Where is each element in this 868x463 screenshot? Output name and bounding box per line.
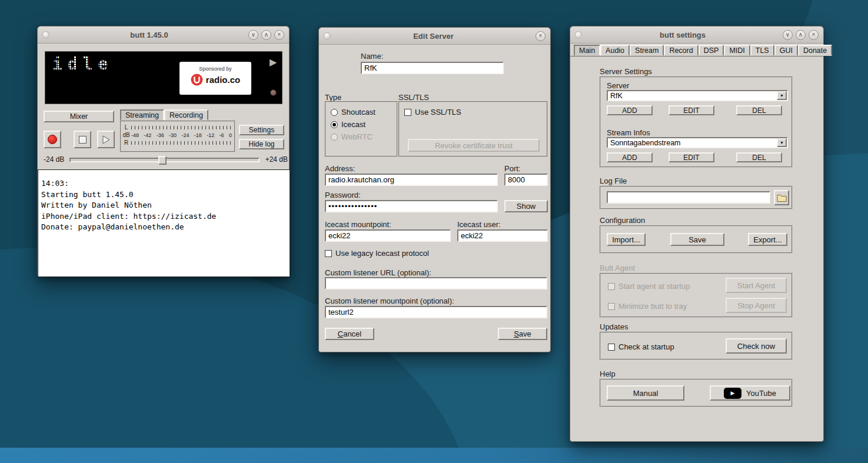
- settings-button[interactable]: Settings: [239, 125, 284, 135]
- mountpoint-label: Icecast mountpoint:: [325, 220, 391, 229]
- checkbox-icon[interactable]: [404, 109, 411, 116]
- browse-folder-button[interactable]: [774, 190, 789, 205]
- tab-donate[interactable]: Donate: [798, 45, 832, 56]
- gain-min-label: -24 dB: [44, 155, 64, 164]
- window-title: butt settings: [586, 31, 780, 39]
- close-icon[interactable]: ×: [536, 31, 546, 41]
- help-group: Manual ▶ YouTube: [600, 379, 793, 407]
- tab-midi[interactable]: MIDI: [724, 45, 750, 56]
- tab-audio[interactable]: Audio: [600, 45, 630, 56]
- configuration-group-label: Configuration: [600, 216, 645, 225]
- check-at-startup-checkbox[interactable]: Check at startup: [608, 342, 674, 351]
- butt-main-window: butt 1.45.0 ∨ ∧ × idle Sponsored by radi…: [37, 26, 290, 277]
- stream-del-button[interactable]: DEL: [736, 152, 782, 162]
- manual-button[interactable]: Manual: [607, 385, 684, 401]
- show-password-button[interactable]: Show: [504, 200, 548, 212]
- stop-icon: [79, 136, 87, 144]
- close-icon[interactable]: ×: [274, 30, 284, 40]
- tab-record[interactable]: Record: [664, 45, 698, 56]
- play-button[interactable]: [97, 131, 115, 148]
- sponsor-banner[interactable]: Sponsored by radio.co: [179, 62, 251, 95]
- tab-main[interactable]: Main: [574, 45, 600, 56]
- port-input[interactable]: [504, 174, 548, 186]
- server-del-button[interactable]: DEL: [736, 105, 782, 115]
- mountpoint-input[interactable]: [325, 229, 451, 242]
- meter-ticks-bottom: [131, 141, 232, 145]
- titlebar[interactable]: butt settings ∨ ∧ ×: [570, 26, 823, 44]
- tab-streaming[interactable]: Streaming: [120, 109, 164, 121]
- cancel-button[interactable]: Cancel: [325, 328, 374, 340]
- tab-stream[interactable]: Stream: [630, 45, 664, 56]
- start-agent-button: Start Agent: [726, 278, 787, 293]
- log-line: Starting butt 1.45.0: [41, 189, 287, 201]
- tab-gui[interactable]: GUI: [774, 45, 798, 56]
- minimize-tray-checkbox: Minimize butt to tray: [608, 302, 687, 311]
- checkbox-icon[interactable]: [325, 250, 332, 257]
- radio-icecast[interactable]: Icecast: [331, 120, 365, 129]
- tab-dsp[interactable]: DSP: [699, 45, 724, 56]
- password-input[interactable]: [325, 200, 498, 212]
- listener-url-label: Custom listener URL (optional):: [325, 268, 431, 277]
- titlebar[interactable]: butt 1.45.0 ∨ ∧ ×: [38, 26, 289, 44]
- configuration-group: Import... Save Export...: [600, 225, 793, 254]
- gain-slider-handle[interactable]: [158, 156, 167, 165]
- gain-max-label: +24 dB: [265, 155, 288, 164]
- listener-url-input[interactable]: [325, 277, 547, 289]
- minimize-icon[interactable]: ∨: [783, 30, 793, 40]
- server-edit-button[interactable]: EDIT: [669, 105, 714, 115]
- radioco-icon: [191, 74, 203, 86]
- server-add-button[interactable]: ADD: [607, 105, 653, 115]
- export-button[interactable]: Export...: [748, 233, 787, 246]
- checkbox-icon[interactable]: [608, 344, 615, 351]
- titlebar[interactable]: Edit Server ×: [319, 28, 550, 45]
- server-label: Server: [607, 81, 629, 90]
- radio-icon[interactable]: [331, 109, 338, 116]
- close-icon[interactable]: ×: [809, 30, 819, 40]
- maximize-icon[interactable]: ∧: [796, 30, 806, 40]
- name-label: Name:: [361, 52, 383, 61]
- log-output[interactable]: 14:03: Starting butt 1.45.0 Written by D…: [38, 169, 290, 277]
- import-button[interactable]: Import...: [607, 233, 646, 246]
- butt-agent-group-label: Butt Agent: [600, 264, 635, 272]
- type-label: Type: [325, 93, 341, 102]
- window-icon: [42, 31, 49, 38]
- password-label: Password:: [325, 191, 361, 199]
- checkbox-disabled-icon: [608, 283, 615, 290]
- meter-left-label: L: [121, 124, 131, 131]
- window-icon: [575, 31, 582, 38]
- youtube-button[interactable]: ▶ YouTube: [710, 385, 790, 401]
- save-button[interactable]: Save: [498, 328, 547, 340]
- stop-button[interactable]: [74, 131, 91, 148]
- listener-mountpoint-input[interactable]: [325, 306, 547, 318]
- updates-group-label: Updates: [600, 322, 628, 331]
- server-settings-group-label: Server Settings: [600, 67, 652, 76]
- maximize-icon[interactable]: ∧: [261, 30, 271, 40]
- chevron-down-icon[interactable]: ▼: [777, 91, 787, 100]
- legacy-protocol-checkbox[interactable]: Use legacy Icecast protocol: [325, 249, 429, 258]
- ssl-group: Use SSL/TLS Revoke certificate trust: [398, 101, 548, 157]
- updates-group: Check at startup Check now: [600, 332, 793, 360]
- use-ssl-checkbox[interactable]: Use SSL/TLS: [404, 108, 461, 116]
- radio-checked-icon[interactable]: [331, 121, 338, 128]
- radio-disabled-icon: [331, 134, 338, 141]
- icecast-user-input[interactable]: [457, 229, 548, 242]
- server-dropdown[interactable]: RfK ▼: [607, 90, 788, 101]
- stream-edit-button[interactable]: EDIT: [669, 152, 714, 162]
- play-indicator-icon: ▶: [270, 56, 277, 68]
- log-file-input[interactable]: [607, 191, 770, 204]
- name-input[interactable]: [361, 62, 504, 74]
- mixer-button[interactable]: Mixer: [44, 111, 114, 122]
- tab-recording[interactable]: Recording: [164, 109, 208, 121]
- check-now-button[interactable]: Check now: [726, 338, 787, 354]
- record-button[interactable]: [44, 131, 61, 148]
- chevron-down-icon[interactable]: ▼: [777, 138, 787, 147]
- config-save-button[interactable]: Save: [670, 233, 724, 246]
- address-input[interactable]: [325, 174, 498, 186]
- stream-infos-dropdown[interactable]: Sonntagabendstream ▼: [607, 137, 788, 148]
- stream-add-button[interactable]: ADD: [607, 152, 653, 162]
- hide-log-button[interactable]: Hide log: [239, 139, 284, 149]
- radio-shoutcast[interactable]: Shoutcast: [331, 108, 375, 116]
- tab-tls[interactable]: TLS: [750, 45, 774, 56]
- help-group-label: Help: [600, 369, 616, 378]
- minimize-icon[interactable]: ∨: [248, 30, 258, 40]
